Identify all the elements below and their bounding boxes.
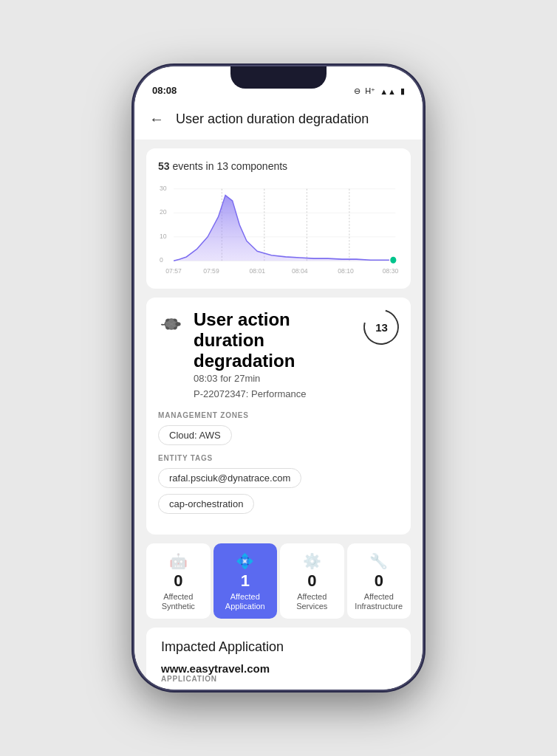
incident-text: User action duration degradation 08:03 f…: [194, 309, 363, 402]
entity-tag-1[interactable]: cap-orchestration: [158, 494, 254, 514]
chart-svg: 30 20 10 0: [158, 181, 399, 277]
page-header: ← User action duration degradation: [134, 102, 423, 140]
incident-time: 08:03 for 27min: [194, 371, 363, 387]
svg-text:07:59: 07:59: [203, 267, 219, 275]
turtle-icon: [158, 311, 185, 337]
status-icon-battery: ▮: [400, 86, 405, 96]
screen: 08:08 ⊖ H⁺ ▲▲ ▮ ← User action duration d…: [134, 66, 423, 690]
incident-main: User action duration degradation 08:03 f…: [158, 309, 363, 402]
impact-title: Impacted Application: [161, 639, 396, 655]
status-icon-dot: ⊖: [354, 86, 360, 96]
svg-text:0: 0: [160, 256, 163, 264]
incident-meta: 08:03 for 27min P-22072347: Performance: [194, 371, 363, 402]
entity-tags: rafal.psciuk@dynatrace.com cap-orchestra…: [158, 468, 399, 514]
services-icon: ⚙️: [303, 552, 321, 570]
bullet-item: User action duration degradation: [161, 689, 396, 690]
status-icon-signal: ▲▲: [380, 87, 396, 96]
application-label: AffectedApplication: [225, 592, 265, 611]
svg-text:08:30: 08:30: [383, 267, 399, 275]
zone-tags: Cloud: AWS: [158, 425, 399, 445]
synthetic-label: AffectedSynthetic: [162, 592, 195, 611]
phone-body: 08:08 ⊖ H⁺ ▲▲ ▮ ← User action duration d…: [134, 66, 423, 690]
svg-point-25: [175, 323, 180, 326]
synthetic-icon: 🤖: [169, 552, 188, 570]
status-icon-h: H⁺: [365, 86, 375, 96]
entity-tags-label: ENTITY TAGS: [158, 454, 399, 462]
bullet-text: User action duration degradation: [171, 689, 321, 690]
incident-card: User action duration degradation 08:03 f…: [146, 298, 411, 535]
services-label: AffectedServices: [296, 592, 327, 611]
status-time: 08:08: [152, 85, 177, 96]
tab-affected-synthetic[interactable]: 🤖 0 AffectedSynthetic: [146, 543, 211, 619]
services-count: 0: [307, 573, 316, 589]
chart-card: 53 events in 13 components 30 20 10 0: [146, 148, 411, 289]
svg-text:08:10: 08:10: [338, 267, 354, 275]
incident-header: User action duration degradation 08:03 f…: [158, 309, 399, 402]
status-icons: ⊖ H⁺ ▲▲ ▮: [354, 86, 405, 96]
management-zones-label: MANAGEMENT ZONES: [158, 411, 399, 419]
tab-affected-infrastructure[interactable]: 🔧 0 AffectedInfrastructure: [347, 543, 411, 619]
phone-frame: 08:08 ⊖ H⁺ ▲▲ ▮ ← User action duration d…: [0, 0, 557, 756]
svg-text:30: 30: [160, 185, 167, 193]
content-area[interactable]: ← User action duration degradation 53 ev…: [134, 102, 423, 690]
infrastructure-count: 0: [375, 573, 383, 589]
svg-text:07:57: 07:57: [165, 267, 182, 275]
management-zones-section: MANAGEMENT ZONES Cloud: AWS: [158, 411, 399, 445]
impact-card: Impacted Application www.easytravel.com …: [146, 628, 411, 690]
back-button[interactable]: ←: [149, 111, 164, 128]
chart-summary: 53 events in 13 components: [158, 160, 399, 172]
application-count: 1: [241, 573, 250, 589]
svg-text:08:04: 08:04: [292, 267, 308, 275]
chart-container: 30 20 10 0: [158, 181, 399, 277]
svg-point-12: [390, 256, 397, 264]
score-value: 13: [375, 321, 388, 334]
impact-domain: www.easytravel.com: [161, 662, 396, 675]
score-circle: 13: [357, 303, 406, 352]
tab-affected-application[interactable]: 💠 1 AffectedApplication: [213, 543, 278, 619]
svg-text:08:01: 08:01: [249, 267, 265, 275]
event-summary-text: events in 13 components: [170, 160, 288, 172]
svg-text:10: 10: [160, 233, 167, 241]
page-title: User action duration degradation: [176, 111, 369, 128]
application-icon: 💠: [236, 552, 254, 570]
entity-tag-0[interactable]: rafal.psciuk@dynatrace.com: [158, 468, 301, 488]
incident-title: User action duration degradation: [194, 309, 363, 371]
tab-affected-services[interactable]: ⚙️ 0 AffectedServices: [280, 543, 344, 619]
impact-type: APPLICATION: [161, 675, 396, 683]
infrastructure-label: AffectedInfrastructure: [355, 592, 403, 611]
notch: [230, 66, 327, 89]
event-count: 53: [158, 160, 170, 172]
zone-tag[interactable]: Cloud: AWS: [158, 425, 232, 445]
synthetic-count: 0: [174, 573, 182, 589]
incident-id: P-22072347: Performance: [194, 387, 363, 402]
entity-tags-section: ENTITY TAGS rafal.psciuk@dynatrace.com c…: [158, 454, 399, 514]
svg-text:20: 20: [160, 208, 167, 216]
tabs-row: 🤖 0 AffectedSynthetic 💠 1 AffectedApplic…: [146, 543, 411, 619]
infrastructure-icon: 🔧: [369, 552, 388, 570]
